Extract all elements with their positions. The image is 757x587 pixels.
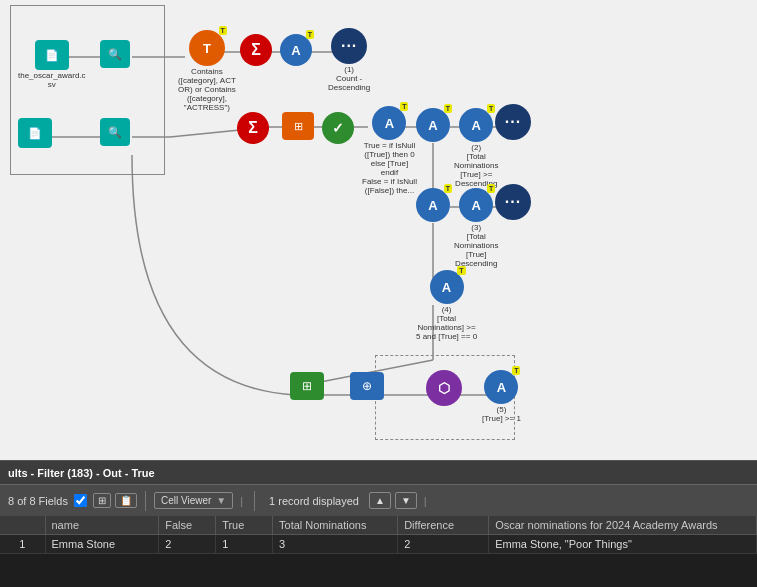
record-count: 1 record displayed [263,495,365,507]
formula-node-1[interactable]: A T True = if IsNull([True]) then 0else … [362,106,417,195]
cell-true: 1 [216,535,273,554]
filter-node-1[interactable]: T T Contains([category], ACTOR) or Conta… [178,30,236,112]
toolbar-strip: 8 of 8 Fields ⊞ 📋 Cell Viewer ▼ | 1 reco… [0,484,757,516]
fields-checkbox[interactable] [74,494,87,507]
cell-viewer-label: Cell Viewer [161,495,211,506]
up-arrow-icon: ▲ [375,495,385,506]
col-header-difference[interactable]: Difference [398,516,489,535]
cell-oscar: Emma Stone, "Poor Things" [489,535,757,554]
cluster-node-1[interactable]: ⬡ [426,370,462,406]
separator-2 [254,491,255,511]
cell-viewer-dropdown[interactable]: Cell Viewer ▼ [154,492,233,509]
cell-name: Emma Stone [45,535,159,554]
col-header-true[interactable]: True [216,516,273,535]
col-header-false[interactable]: False [159,516,216,535]
join-node-1[interactable]: ⊞ [290,372,324,400]
report-icon: 📋 [120,495,132,506]
nav-up-button[interactable]: ▲ [369,492,391,509]
tab-label: ults - Filter (183) - Out - True [8,467,155,479]
filter-node-4[interactable]: A T (4)[TotalNominations] >=5 and [True]… [416,270,477,341]
union-node-1[interactable]: ⊕ [350,372,384,400]
filter-node-5[interactable]: A T (5)[True] >= 1 [482,370,521,423]
sort-node-1[interactable]: A T [280,34,312,66]
browse-node-2[interactable]: 🔍 [100,118,130,146]
browse-node-5[interactable]: ··· [495,184,531,220]
cell-record: 1 [0,535,45,554]
col-header-name[interactable]: name [45,516,159,535]
grid-icon: ⊞ [98,495,106,506]
pipe-separator: | [240,495,243,507]
col-header-record[interactable] [0,516,45,535]
summarize-node-2[interactable]: Σ [237,112,269,144]
inputs-container [10,5,165,175]
table-row[interactable]: 1 Emma Stone 2 1 3 2 Emma Stone, "Poor T… [0,535,757,554]
grid-view-button[interactable]: ⊞ [93,493,111,508]
cell-false: 2 [159,535,216,554]
cell-total: 3 [273,535,398,554]
separator-1 [145,491,146,511]
workflow-canvas[interactable]: Inputs 📄 the_oscar_award.csv 🔍 📄 🔍 T T C… [0,0,757,460]
fields-count: 8 of 8 Fields [8,495,68,507]
col-header-total[interactable]: Total Nominations [273,516,398,535]
table-body: 1 Emma Stone 2 1 3 2 Emma Stone, "Poor T… [0,535,757,554]
cell-difference: 2 [398,535,489,554]
crosstab-node-1[interactable]: ⊞ [282,112,314,140]
data-table: name False True Total Nominations Differ… [0,516,757,554]
pipe-separator-2: | [424,495,427,507]
file-input-node-1[interactable]: 📄 the_oscar_award.csv [18,40,86,89]
filter-node-3[interactable]: A T [416,188,450,222]
tab-bar: ults - Filter (183) - Out - True [0,460,757,484]
browse-node-1[interactable]: 🔍 [100,40,130,68]
table-header-row: name False True Total Nominations Differ… [0,516,757,535]
sort-node-2[interactable]: A T (2)[TotalNominations[True] >=Descend… [454,108,498,188]
data-table-area: name False True Total Nominations Differ… [0,516,757,587]
col-header-oscar[interactable]: Oscar nominations for 2024 Academy Award… [489,516,757,535]
check-node-1[interactable]: ✓ [322,112,354,144]
sort-node-3[interactable]: A T (3)[TotalNominations[True]Descending [454,188,498,268]
nav-down-button[interactable]: ▼ [395,492,417,509]
file-input-node-2[interactable]: 📄 [18,118,52,148]
chevron-down-icon: ▼ [216,495,226,506]
browse-node-3[interactable]: ··· (1)Count -Descending [328,28,370,92]
browse-node-4[interactable]: ··· [495,104,531,140]
filter-node-2[interactable]: A T [416,108,450,142]
report-view-button[interactable]: 📋 [115,493,137,508]
svg-line-7 [170,130,240,137]
summarize-node-1[interactable]: Σ [240,34,272,66]
down-arrow-icon: ▼ [401,495,411,506]
